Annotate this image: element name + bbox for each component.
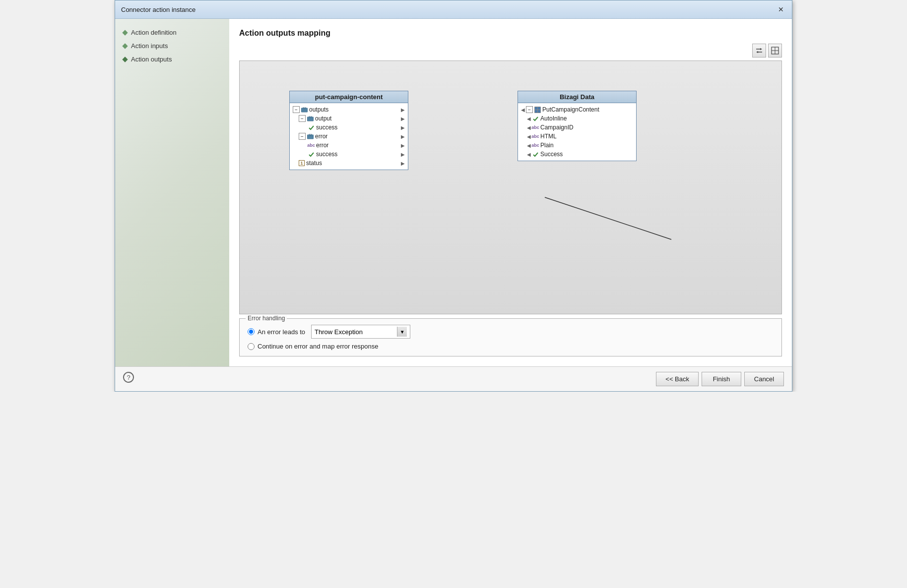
port-left: ◀ xyxy=(527,152,531,157)
tree-row-success-2: success ▶ xyxy=(290,150,408,159)
sidebar-item-action-inputs[interactable]: Action inputs xyxy=(123,42,221,50)
layout-btn[interactable] xyxy=(768,44,782,58)
sidebar-item-action-definition[interactable]: Action definition xyxy=(123,29,221,36)
svg-rect-18 xyxy=(535,107,537,110)
toolbar xyxy=(239,44,782,58)
tree-row: ◀ abc CampaignID xyxy=(518,123,636,132)
error-handling-section: Error handling An error leads to Throw E… xyxy=(239,318,782,356)
connector-action-dialog: Connector action instance ✕ Action defin… xyxy=(115,0,792,392)
table-icon xyxy=(534,106,541,113)
svg-rect-20 xyxy=(535,110,537,113)
mapping-area: put-campaign-content − outputs ▶ xyxy=(239,60,782,314)
port-arrow: ▶ xyxy=(401,152,405,157)
tree-row: ◀ AutoInline xyxy=(518,114,636,123)
dialog-title: Connector action instance xyxy=(121,6,195,13)
tree-row: abc error ▶ xyxy=(290,141,408,150)
port-arrow: ▶ xyxy=(401,134,405,139)
sidebar-item-label: Action definition xyxy=(131,29,177,36)
back-button[interactable]: << Back xyxy=(656,372,699,386)
expand-icon[interactable]: − xyxy=(293,106,300,113)
layout-icon xyxy=(771,47,779,55)
radio-label-1[interactable]: An error leads to xyxy=(248,328,305,336)
arrange-icon xyxy=(755,47,763,55)
diamond-icon xyxy=(122,43,128,49)
node-label: outputs xyxy=(309,106,328,113)
port-arrow: ▶ xyxy=(401,161,405,166)
sidebar: Action definition Action inputs Action o… xyxy=(115,19,229,366)
port-left: ◀ xyxy=(527,116,531,121)
radio-input-2[interactable] xyxy=(248,343,255,350)
port-arrow: ▶ xyxy=(401,116,405,121)
node-label: success xyxy=(316,151,337,158)
tree-row: 1 status ▶ xyxy=(290,159,408,168)
right-table-header: Bizagi Data xyxy=(518,91,636,103)
node-label: status xyxy=(306,160,322,167)
error-handling-row-2: Continue on error and map error response xyxy=(248,343,774,350)
svg-rect-21 xyxy=(538,110,540,113)
node-label: output xyxy=(315,115,331,122)
node-label: AutoInline xyxy=(540,115,567,122)
left-table-header: put-campaign-content xyxy=(290,91,408,103)
svg-marker-3 xyxy=(756,51,758,53)
check-icon xyxy=(308,151,315,158)
svg-marker-2 xyxy=(760,48,762,50)
expand-icon[interactable]: − xyxy=(526,106,533,113)
sidebar-item-action-outputs[interactable]: Action outputs xyxy=(123,56,221,63)
diamond-icon xyxy=(122,57,128,62)
briefcase-icon xyxy=(301,106,308,113)
left-table: put-campaign-content − outputs ▶ xyxy=(289,91,408,170)
tree-row: − output ▶ xyxy=(290,114,408,123)
tree-row: − outputs ▶ xyxy=(290,105,408,114)
sidebar-item-label: Action inputs xyxy=(131,42,168,50)
tree-row-success-bizagi: ◀ Success xyxy=(518,150,636,159)
node-label: error xyxy=(315,133,327,140)
radio-input-1[interactable] xyxy=(248,328,255,335)
radio-label-2[interactable]: Continue on error and map error response xyxy=(248,343,379,350)
check-icon xyxy=(532,151,539,158)
main-content: Action outputs mapping xyxy=(229,19,792,366)
radio-text-2: Continue on error and map error response xyxy=(258,343,379,350)
node-label: HTML xyxy=(540,133,557,140)
dropdown-value: Throw Exception xyxy=(315,328,395,336)
throw-exception-dropdown[interactable]: Throw Exception ▼ xyxy=(311,325,410,339)
expand-icon[interactable]: − xyxy=(299,115,306,122)
abc-icon: abc xyxy=(532,142,539,149)
node-label: success xyxy=(316,124,337,131)
node-label: Plain xyxy=(540,142,554,149)
tree-row: ◀ abc Plain xyxy=(518,141,636,150)
finish-button[interactable]: Finish xyxy=(702,372,741,386)
node-label: Success xyxy=(540,151,563,158)
check-icon xyxy=(532,115,539,122)
right-table-body: ◀ − PutCampaignContent ◀ xyxy=(518,103,636,161)
port-left: ◀ xyxy=(527,143,531,148)
briefcase-icon xyxy=(307,115,314,122)
title-bar: Connector action instance ✕ xyxy=(115,0,792,19)
port-arrow: ▶ xyxy=(401,143,405,148)
abc-icon: abc xyxy=(532,133,539,140)
left-table-body: − outputs ▶ − xyxy=(290,103,408,170)
node-label: PutCampaignContent xyxy=(542,106,599,113)
abc-icon: abc xyxy=(532,124,539,131)
diamond-icon xyxy=(122,30,128,35)
node-label: error xyxy=(316,142,328,149)
port-left: ◀ xyxy=(527,134,531,139)
dialog-body: Action definition Action inputs Action o… xyxy=(115,19,792,366)
arrange-btn[interactable] xyxy=(752,44,766,58)
node-label: CampaignID xyxy=(540,124,574,131)
help-icon[interactable]: ? xyxy=(123,372,134,383)
dialog-footer: ? << Back Finish Cancel xyxy=(115,366,792,391)
abc-icon: abc xyxy=(308,142,315,149)
radio-text-1: An error leads to xyxy=(258,328,305,336)
right-table: Bizagi Data ◀ − PutCampaignContent xyxy=(518,91,637,161)
cancel-button[interactable]: Cancel xyxy=(744,372,784,386)
port-left: ◀ xyxy=(527,125,531,130)
sidebar-item-label: Action outputs xyxy=(131,56,172,63)
svg-rect-19 xyxy=(538,107,540,110)
port-arrow: ▶ xyxy=(401,107,405,113)
expand-icon[interactable]: − xyxy=(299,133,306,140)
dropdown-arrow-icon: ▼ xyxy=(397,327,407,337)
svg-line-7 xyxy=(545,197,671,239)
briefcase-icon xyxy=(307,133,314,140)
tree-row: ◀ − PutCampaignContent xyxy=(518,105,636,114)
close-button[interactable]: ✕ xyxy=(776,4,786,14)
